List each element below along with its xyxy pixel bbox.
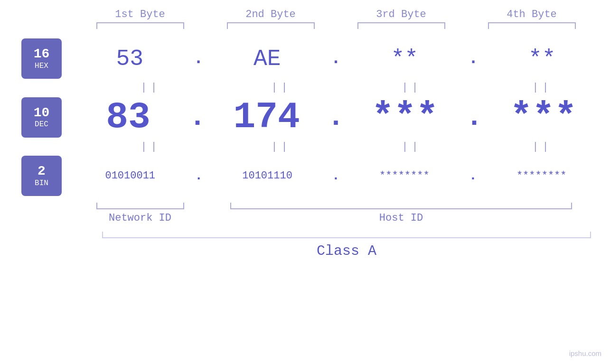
equals-row-2: || || || || <box>85 141 608 153</box>
main-container: 1st Byte 2nd Byte 3rd Byte 4th Byte 16 H… <box>0 0 610 364</box>
hex-b1: 53 <box>86 46 174 72</box>
dec-badge-label: DEC <box>35 120 48 129</box>
dec-row: 10 DEC 83 . 174 . *** . *** <box>0 96 610 138</box>
eq1-b3: || <box>360 82 464 93</box>
class-section: Class A <box>102 232 591 259</box>
bin-values: 01010011 . 10101110 . ******** . *******… <box>76 168 610 183</box>
dec-badge-num: 10 <box>34 106 50 121</box>
bracket-b3 <box>357 22 445 29</box>
host-id-section: Host ID <box>195 203 608 224</box>
eq2-b4: || <box>490 141 595 153</box>
eq1-b4: || <box>490 82 595 93</box>
eq2-b3: || <box>360 141 464 153</box>
dec-values: 83 . 174 . *** . *** <box>76 96 610 138</box>
class-bracket <box>102 232 591 238</box>
dot-dec-3: . <box>466 101 483 133</box>
hex-b2: AE <box>223 46 311 72</box>
hex-b3: ** <box>361 46 449 72</box>
byte-headers: 1st Byte 2nd Byte 3rd Byte 4th Byte <box>75 9 597 20</box>
eq1-b2: || <box>229 82 334 93</box>
hex-values: 53 . AE . ** . ** <box>76 46 610 72</box>
top-brackets <box>75 22 597 29</box>
bin-badge-num: 2 <box>38 164 46 179</box>
eq2-b1: || <box>99 141 203 153</box>
equals-row-1: || || || || <box>85 82 608 93</box>
hex-badge-label: HEX <box>35 62 48 70</box>
hex-row: 16 HEX 53 . AE . ** . ** <box>0 38 610 79</box>
byte4-header: 4th Byte <box>479 9 584 20</box>
dot-bin-1: . <box>195 168 203 183</box>
bin-b4: ******** <box>497 170 585 182</box>
bin-b1: 01010011 <box>86 170 174 182</box>
hex-b4: ** <box>498 46 586 72</box>
dot-dec-1: . <box>189 101 206 133</box>
bin-badge-label: BIN <box>35 179 48 187</box>
hex-badge: 16 HEX <box>21 38 62 79</box>
hex-badge-num: 16 <box>34 47 50 62</box>
eq1-b1: || <box>99 82 203 93</box>
bin-b2: 10101110 <box>224 170 311 182</box>
dec-badge: 10 DEC <box>21 97 62 138</box>
dot-bin-2: . <box>332 168 340 183</box>
watermark: ipshu.com <box>569 349 601 357</box>
bracket-b1 <box>96 22 184 29</box>
network-id-section: Network ID <box>85 203 195 224</box>
dec-b1: 83 <box>84 96 172 138</box>
bin-badge: 2 BIN <box>21 156 62 196</box>
byte1-header: 1st Byte <box>88 9 192 20</box>
byte2-header: 2nd Byte <box>218 9 323 20</box>
bin-b3: ******** <box>360 170 448 182</box>
eq2-b2: || <box>229 141 334 153</box>
dot-hex-3: . <box>468 49 479 68</box>
dec-b4: *** <box>499 96 587 138</box>
network-id-label: Network ID <box>109 212 171 224</box>
class-label: Class A <box>102 243 591 259</box>
dot-hex-2: . <box>331 49 341 68</box>
host-id-label: Host ID <box>379 212 423 224</box>
bracket-b2 <box>227 22 315 29</box>
bottom-brackets-area: Network ID Host ID <box>85 203 608 224</box>
network-bottom-bracket <box>96 203 184 209</box>
dec-b2: 174 <box>223 96 310 138</box>
dot-dec-2: . <box>327 101 344 133</box>
dec-b3: *** <box>361 96 449 138</box>
dot-bin-3: . <box>469 168 477 183</box>
bracket-b4 <box>488 22 576 29</box>
bin-row: 2 BIN 01010011 . 10101110 . ******** . *… <box>0 156 610 196</box>
byte3-header: 3rd Byte <box>349 9 453 20</box>
dot-hex-1: . <box>193 49 204 68</box>
host-bottom-bracket <box>230 203 572 209</box>
